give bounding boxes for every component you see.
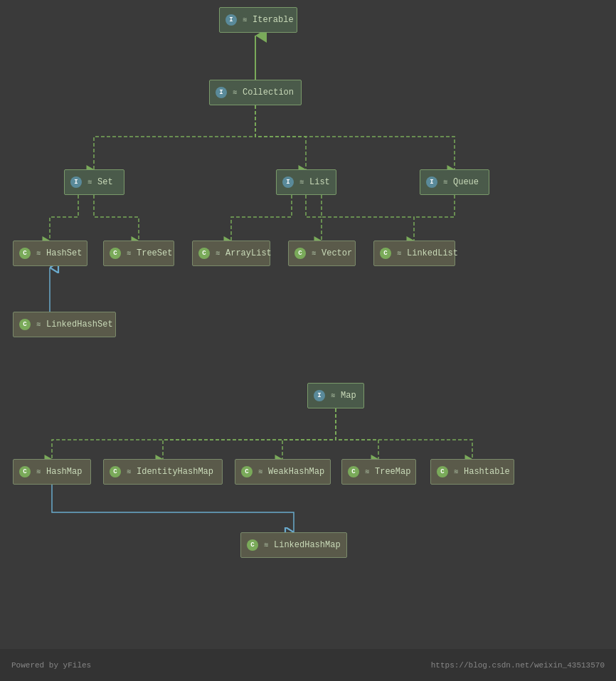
- vis-queue: ≋: [440, 177, 450, 187]
- footer-left-text: Powered by yFiles: [11, 661, 91, 670]
- vis-linkedlist: ≋: [394, 248, 404, 258]
- icon-i-list: I: [282, 176, 294, 188]
- label-treeset: TreeSet: [137, 248, 172, 258]
- node-weakhashmap: C ≋ WeakHashMap: [235, 459, 331, 485]
- vis-iterable: ≋: [240, 15, 250, 25]
- vis-weakhashmap: ≋: [255, 467, 265, 477]
- vis-treeset: ≋: [124, 248, 134, 258]
- vis-arraylist: ≋: [213, 248, 223, 258]
- node-hashtable: C ≋ Hashtable: [430, 459, 514, 485]
- node-vector: C ≋ Vector: [288, 241, 356, 266]
- vis-hashset: ≋: [33, 248, 43, 258]
- node-arraylist: C ≋ ArrayList: [192, 241, 270, 266]
- icon-c-hashset: C: [19, 248, 31, 259]
- label-treemap: TreeMap: [375, 467, 410, 477]
- node-linkedhashmap: C ≋ LinkedHashMap: [240, 532, 347, 558]
- footer: Powered by yFiles https://blog.csdn.net/…: [0, 649, 616, 681]
- label-queue: Queue: [453, 177, 479, 187]
- node-identityhashmap: C ≋ IdentityHashMap: [103, 459, 223, 485]
- vis-hashtable: ≋: [451, 467, 461, 477]
- label-vector: Vector: [322, 248, 352, 258]
- footer-right-text: https://blog.csdn.net/weixin_43513570: [431, 661, 605, 670]
- icon-c-hashmap: C: [19, 466, 31, 477]
- label-hashtable: Hashtable: [464, 467, 510, 477]
- icon-c-linkedhashmap: C: [247, 539, 258, 551]
- icon-c-vector: C: [294, 248, 306, 259]
- vis-linkedhashmap: ≋: [261, 540, 271, 550]
- icon-i-collection: I: [216, 87, 227, 98]
- icon-i-map: I: [314, 390, 325, 401]
- node-linkedhashset: C ≋ LinkedHashSet: [13, 312, 116, 337]
- node-list: I ≋ List: [276, 169, 336, 195]
- node-treemap: C ≋ TreeMap: [341, 459, 416, 485]
- node-collection: I ≋ Collection: [209, 80, 302, 105]
- vis-set: ≋: [85, 177, 95, 187]
- icon-c-treeset: C: [110, 248, 121, 259]
- icon-i-iterable: I: [225, 14, 237, 26]
- icon-c-hashtable: C: [437, 466, 448, 477]
- node-iterable: I ≋ Iterable: [219, 7, 297, 33]
- icon-c-linkedhashset: C: [19, 319, 31, 330]
- node-set: I ≋ Set: [64, 169, 124, 195]
- label-linkedhashmap: LinkedHashMap: [274, 540, 341, 550]
- label-weakhashmap: WeakHashMap: [268, 467, 324, 477]
- vis-treemap: ≋: [362, 467, 372, 477]
- vis-hashmap: ≋: [33, 467, 43, 477]
- label-arraylist: ArrayList: [225, 248, 272, 258]
- label-hashmap: HashMap: [46, 467, 82, 477]
- label-linkedlist: LinkedList: [407, 248, 458, 258]
- label-set: Set: [97, 177, 113, 187]
- icon-c-arraylist: C: [198, 248, 210, 259]
- node-hashmap: C ≋ HashMap: [13, 459, 91, 485]
- icon-c-treemap: C: [348, 466, 359, 477]
- node-linkedlist: C ≋ LinkedList: [373, 241, 455, 266]
- icon-c-linkedlist: C: [380, 248, 391, 259]
- icon-c-identityhashmap: C: [110, 466, 121, 477]
- icon-c-weakhashmap: C: [241, 466, 253, 477]
- vis-list: ≋: [297, 177, 307, 187]
- label-hashset: HashSet: [46, 248, 82, 258]
- vis-identityhashmap: ≋: [124, 467, 134, 477]
- label-iterable: Iterable: [253, 15, 294, 25]
- node-treeset: C ≋ TreeSet: [103, 241, 174, 266]
- icon-i-set: I: [70, 176, 82, 188]
- label-collection: Collection: [243, 88, 294, 97]
- vis-collection: ≋: [230, 88, 240, 97]
- label-list: List: [309, 177, 330, 187]
- icon-i-queue: I: [426, 176, 437, 188]
- node-map: I ≋ Map: [307, 383, 364, 408]
- label-linkedhashset: LinkedHashSet: [46, 320, 113, 329]
- node-queue: I ≋ Queue: [420, 169, 489, 195]
- vis-vector: ≋: [309, 248, 319, 258]
- node-hashset: C ≋ HashSet: [13, 241, 87, 266]
- label-identityhashmap: IdentityHashMap: [137, 467, 213, 477]
- vis-map: ≋: [328, 391, 338, 401]
- diagram-container: I ≋ Iterable I ≋ Collection I ≋ Set I ≋ …: [0, 0, 616, 640]
- label-map: Map: [341, 391, 356, 401]
- vis-linkedhashset: ≋: [33, 320, 43, 329]
